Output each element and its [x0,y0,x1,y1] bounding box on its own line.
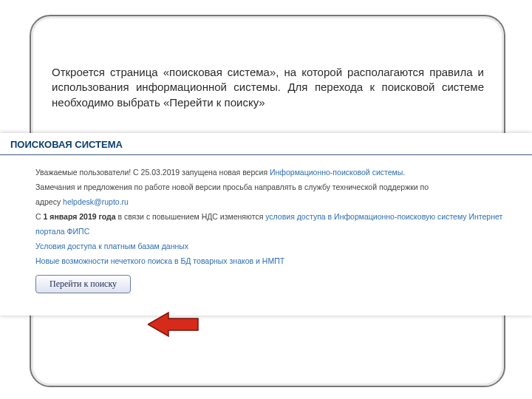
svg-marker-0 [148,313,198,336]
conditions-link[interactable]: условия доступа в Информационно-поискову… [265,212,502,221]
instruction-text: Откроется страница «поисковая система», … [52,65,484,110]
screenshot-body: Уважаемые пользователи! С 25.03.2019 зап… [0,166,532,269]
notice-line-2: Замечания и предложения по работе новой … [35,180,517,195]
fuzzy-search-link[interactable]: Новые возможности нечеткого поиска в БД … [35,256,284,265]
text-part: в связи с повышением НДС изменяются [116,212,266,221]
red-arrow-icon [148,311,200,338]
fips-portal-link[interactable]: портала ФИПС [35,227,89,236]
text-part: адресу [35,197,63,206]
notice-line-4: С 1 января 2019 года в связи с повышение… [35,210,517,225]
notice-line-5: портала ФИПС [35,225,517,239]
date-bold: 1 января 2019 года [44,212,116,221]
notice-line-1: Уважаемые пользователи! С 25.03.2019 зап… [35,166,517,180]
button-row: Перейти к поиску [0,269,532,293]
system-title: ПОИСКОВАЯ СИСТЕМА [0,139,532,154]
embedded-screenshot: ПОИСКОВАЯ СИСТЕМА Уважаемые пользователи… [0,133,532,316]
text-part: С [35,212,44,221]
notice-line-6: Условия доступа к платным базам данных [35,239,517,254]
helpdesk-email-link[interactable]: helpdesk@rupto.ru [63,197,129,206]
text-part: . [403,168,405,177]
notice-line-3: адресу helpdesk@rupto.ru [35,195,517,210]
go-to-search-button[interactable]: Перейти к поиску [35,275,131,293]
paid-db-link[interactable]: Условия доступа к платным базам данных [35,242,188,250]
title-divider [0,154,532,155]
info-system-link[interactable]: Информационно-поисковой системы [270,168,403,177]
notice-line-7: Новые возможности нечеткого поиска в БД … [35,254,517,269]
text-part: Уважаемые пользователи! С 25.03.2019 зап… [35,168,270,177]
